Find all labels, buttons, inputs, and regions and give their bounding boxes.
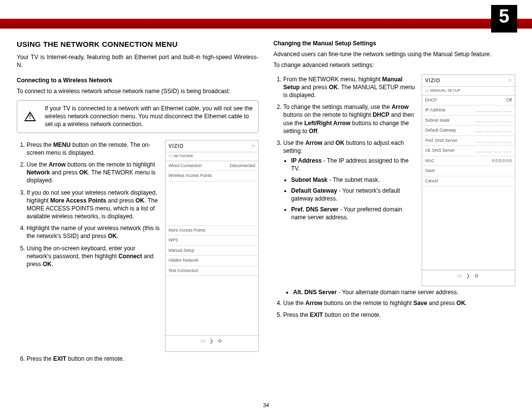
list-item: Press the EXIT button on the remote. [27, 355, 259, 363]
left-column: USING THE NETWORK CONNECTION MENU Your T… [17, 39, 259, 396]
menu-row: Hidden Network [166, 256, 258, 266]
settings-bullets-cont: Alt. DNS Server - Your alternate domain … [273, 288, 515, 296]
menu-brand: VIZIO⌂ [166, 140, 258, 153]
menu-breadcrumb: ◁NETWORK [166, 152, 258, 161]
menu-row: More Access Points [166, 226, 258, 236]
list-item: To change the settings manually, use the… [283, 103, 417, 135]
menu-row: Test Connection [166, 266, 258, 276]
list-item: Alt. DNS Server - Your alternate domain … [293, 288, 515, 296]
list-item: Using the on-screen keyboard, enter your… [27, 244, 160, 269]
list-item: Use the Arrow and OK buttons to adjust e… [283, 139, 417, 222]
page-content: USING THE NETWORK CONNECTION MENU Your T… [17, 39, 515, 396]
list-item: Pref. DNS Server - Your preferred domain… [291, 206, 417, 221]
menu-row: MAC0:0:0:0:0:0 [422, 156, 515, 166]
menu-row: Subnet Mask___.___.___.___ [422, 116, 515, 126]
list-item: Press the MENU button on the remote. The… [27, 141, 160, 157]
menu-row: IP Address___.___.___.___ [422, 105, 515, 115]
warning-text: If your TV is connected to a network wit… [45, 105, 253, 128]
menu-gap [166, 181, 258, 226]
list-item: Use the Arrow buttons on the remote to h… [283, 299, 515, 307]
menu-brand: VIZIO⌂ [422, 75, 515, 87]
manual-intro: Advanced users can fine-tune the network… [273, 50, 515, 58]
list-item: If you do not see your wireless network … [27, 189, 160, 221]
page-footer-number: 34 [0, 402, 532, 408]
warning-box: ! If your TV is connected to a network w… [17, 100, 259, 133]
menu-row: Alt. DNS Server___.___.___.___ [422, 146, 515, 156]
network-menu-screenshot: VIZIO⌂ ◁NETWORK Wired ConnectionDisconne… [165, 140, 259, 352]
menu-row: Save [422, 166, 515, 176]
list-item: IP Address - The IP address assigned to … [291, 157, 417, 172]
subheading-wireless: Connecting to a Wireless Network [17, 76, 259, 84]
manual-lead: To change advanced network settings: [273, 61, 515, 69]
menu-footer-icons: ▭ ❯ ✿ [166, 335, 258, 347]
menu-row: Manual Setup [166, 246, 258, 256]
home-icon: ⌂ [509, 77, 512, 83]
menu-row: Wireless Access Points [166, 171, 258, 181]
subheading-manual: Changing the Manual Setup Settings [273, 39, 515, 47]
chapter-number: 5 [491, 5, 517, 33]
back-icon: ◁ [168, 154, 171, 158]
warning-bang-icon: ! [29, 113, 31, 121]
home-icon: ⌂ [252, 142, 255, 148]
wireless-steps: Press the MENU button on the remote. The… [17, 141, 160, 269]
menu-row: WPS [166, 236, 258, 245]
menu-row: DHCPOff [422, 96, 515, 105]
list-item: Press the EXIT button on the remote. [283, 311, 515, 319]
menu-row: Wired ConnectionDisconnected [166, 161, 258, 171]
back-icon: ◁ [425, 88, 428, 93]
intro-text: Your TV is Internet-ready, featuring bot… [17, 53, 259, 69]
manual-setup-menu-screenshot: VIZIO⌂ ◁MANUAL SETUP DHCPOff IP Address_… [422, 74, 515, 286]
list-item: Highlight the name of your wireless netw… [27, 224, 160, 240]
wireless-steps-cont: Press the EXIT button on the remote. [17, 355, 259, 363]
menu-row: Cancel [422, 176, 515, 186]
header-red-band [0, 19, 532, 29]
menu-footer-icons: ▭ ❯ ✿ [422, 270, 515, 282]
manual-steps: From the NETWORK menu, highlight Manual … [273, 75, 417, 222]
section-heading: USING THE NETWORK CONNECTION MENU [17, 39, 259, 49]
list-item: From the NETWORK menu, highlight Manual … [283, 75, 417, 100]
menu-row: Default Gateway___.___.___.___ [422, 126, 515, 136]
menu-gap [422, 186, 515, 270]
settings-bullets: IP Address - The IP address assigned to … [283, 157, 417, 221]
wireless-intro: To connect to a wireless network whose n… [17, 87, 259, 95]
list-item: Use the Arrow buttons on the remote to h… [27, 161, 160, 185]
list-item: Default Gateway - Your network's default… [291, 187, 417, 203]
list-item: Subnet Mask - The subnet mask. [291, 176, 417, 184]
menu-row: Pref. DNS Server___.___.___.___ [422, 136, 515, 146]
manual-steps-cont: Use the Arrow buttons on the remote to h… [273, 299, 515, 319]
menu-breadcrumb: ◁MANUAL SETUP [422, 87, 515, 96]
right-column: Changing the Manual Setup Settings Advan… [273, 39, 515, 396]
